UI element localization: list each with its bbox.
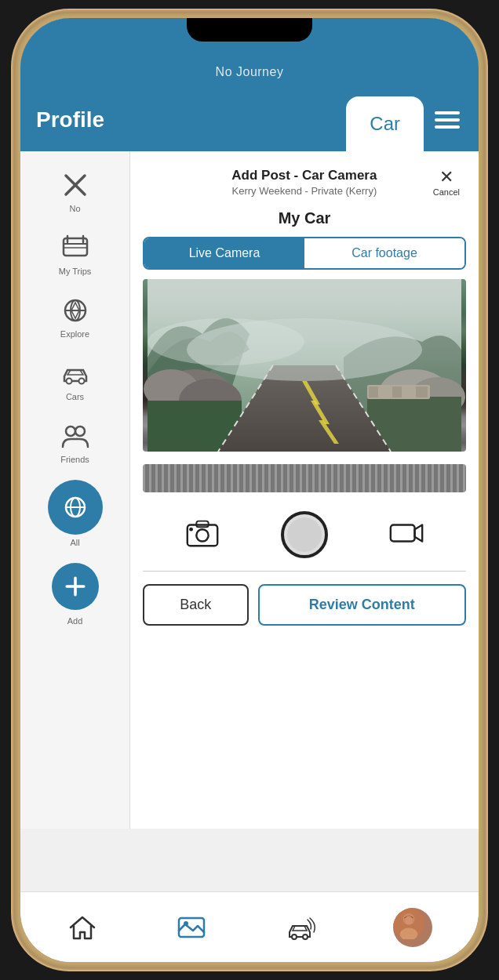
- sidebar-trips-label: My Trips: [59, 267, 92, 276]
- content-panel: Add Post - Car Camera Kerry Weekend - Pr…: [130, 151, 479, 829]
- menu-icon-line3: [435, 125, 460, 129]
- cancel-x-icon: ✕: [439, 167, 453, 187]
- car-tab-label: Car: [370, 113, 400, 135]
- cancel-button[interactable]: ✕ Cancel: [427, 164, 466, 200]
- sidebar-item-trips[interactable]: My Trips: [20, 226, 129, 282]
- photo-capture-button[interactable]: [184, 514, 221, 555]
- car-name: My Car: [130, 206, 479, 237]
- camera-view: [143, 279, 466, 452]
- sidebar-item-explore[interactable]: Explore: [20, 289, 129, 345]
- sidebar-item-add[interactable]: Add: [20, 557, 129, 629]
- svg-point-38: [196, 529, 208, 541]
- scrubber-lines: [143, 464, 466, 492]
- action-buttons: Back Review Content: [130, 572, 479, 638]
- car-tab[interactable]: Car: [346, 96, 424, 151]
- sidebar-item-friends[interactable]: Friends: [20, 414, 129, 470]
- sidebar-friends-label: Friends: [60, 455, 89, 464]
- record-button[interactable]: [281, 511, 328, 558]
- sidebar-item-all[interactable]: All: [20, 477, 129, 550]
- review-content-button[interactable]: Review Content: [258, 584, 466, 626]
- sidebar-explore-label: Explore: [60, 329, 89, 339]
- sidebar-cars-label: Cars: [66, 392, 84, 401]
- bottom-nav-car[interactable]: [268, 906, 331, 949]
- menu-icon-line1: [435, 111, 460, 114]
- record-inner: [287, 517, 322, 552]
- bottom-nav-gallery[interactable]: [160, 906, 223, 949]
- road-scene-svg: [143, 279, 466, 452]
- sidebar-add-label: Add: [67, 616, 83, 626]
- video-camera-button[interactable]: [388, 514, 425, 555]
- svg-rect-32: [392, 387, 402, 397]
- camera-controls: [130, 499, 479, 571]
- notch-area: No Journey: [20, 18, 479, 89]
- svg-point-43: [184, 921, 188, 926]
- menu-button[interactable]: [424, 89, 479, 151]
- tab-live-camera[interactable]: Live Camera: [144, 238, 304, 268]
- video-scrubber[interactable]: [143, 464, 466, 492]
- no-journey-label: No Journey: [216, 65, 284, 79]
- svg-point-13: [66, 426, 75, 436]
- add-post-title: Add Post - Car Camera: [182, 168, 427, 183]
- svg-rect-34: [416, 387, 428, 397]
- bottom-nav: [20, 891, 479, 962]
- camera-tabs: Live Camera Car footage: [143, 237, 466, 270]
- svg-point-44: [292, 935, 297, 939]
- svg-point-11: [66, 379, 71, 384]
- sidebar: No My Trips: [20, 151, 130, 829]
- bottom-nav-profile[interactable]: [377, 902, 448, 953]
- add-post-title-block: Add Post - Car Camera Kerry Weekend - Pr…: [182, 168, 427, 197]
- svg-point-14: [75, 426, 85, 436]
- svg-rect-31: [381, 387, 390, 397]
- add-post-header: Add Post - Car Camera Kerry Weekend - Pr…: [130, 151, 479, 206]
- svg-point-50: [405, 916, 413, 924]
- header: Profile Car: [20, 89, 479, 151]
- back-button[interactable]: Back: [143, 584, 249, 626]
- svg-rect-41: [391, 524, 415, 541]
- menu-icon-line2: [435, 118, 460, 122]
- svg-point-12: [78, 379, 84, 384]
- sidebar-all-label: All: [70, 538, 79, 547]
- profile-label: Profile: [36, 107, 104, 132]
- sidebar-item-cars[interactable]: Cars: [20, 351, 129, 408]
- header-profile[interactable]: Profile: [20, 89, 346, 151]
- tab-car-footage[interactable]: Car footage: [304, 238, 464, 268]
- sidebar-close-label: No: [69, 204, 80, 213]
- user-avatar: [393, 908, 432, 947]
- svg-rect-30: [369, 387, 378, 397]
- add-button[interactable]: [52, 563, 99, 610]
- notch: [187, 18, 312, 42]
- cancel-label: Cancel: [433, 187, 460, 197]
- svg-point-36: [148, 318, 304, 365]
- sidebar-item-close[interactable]: No: [20, 163, 129, 220]
- svg-rect-33: [404, 387, 413, 397]
- svg-point-45: [303, 935, 308, 939]
- svg-point-40: [189, 528, 193, 532]
- main-content: No My Trips: [20, 151, 479, 829]
- add-post-subtitle: Kerry Weekend - Private (Kerry): [182, 185, 427, 197]
- bottom-nav-home[interactable]: [51, 906, 114, 949]
